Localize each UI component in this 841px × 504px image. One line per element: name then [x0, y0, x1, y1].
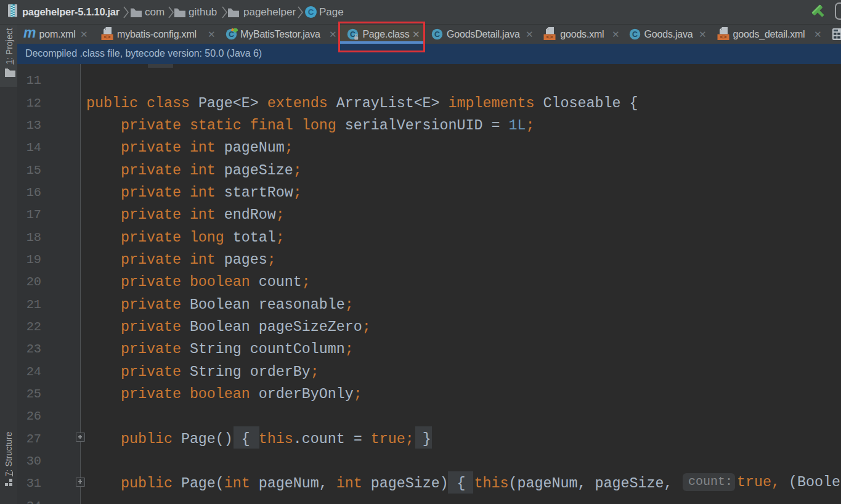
- svg-text:<>: <>: [720, 35, 727, 40]
- svg-text:C: C: [434, 30, 440, 39]
- svg-text:C: C: [632, 30, 638, 39]
- svg-text:C: C: [308, 7, 314, 17]
- svg-text:<>: <>: [546, 35, 553, 40]
- svg-text:<>: <>: [104, 35, 111, 40]
- svg-text:C: C: [229, 30, 234, 39]
